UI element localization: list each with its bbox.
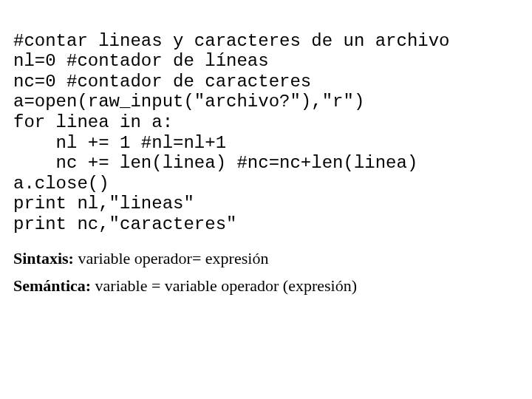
code-line: nl=0 #contador de líneas (13, 51, 269, 71)
syntax-note: Sintaxis: variable operador= expresión (13, 248, 519, 269)
code-line: nl += 1 #nl=nl+1 (13, 133, 226, 153)
document-page: #contar lineas y caracteres de un archiv… (0, 0, 532, 314)
code-line: nc += len(linea) #nc=nc+len(linea) (13, 153, 417, 173)
syntax-text: variable operador= expresión (74, 249, 268, 267)
semantics-note: Semántica: variable = variable operador … (13, 276, 519, 296)
code-line: nc=0 #contador de caracteres (13, 72, 311, 92)
syntax-label: Sintaxis: (13, 249, 74, 267)
code-line: a.close() (13, 174, 109, 194)
code-line: a=open(raw_input("archivo?"),"r") (13, 92, 364, 112)
semantics-text: variable = variable operador (expresión) (91, 276, 357, 295)
code-line: #contar lineas y caracteres de un archiv… (13, 31, 450, 51)
code-line: for linea in a: (13, 112, 173, 132)
code-line: print nc,"caracteres" (13, 214, 236, 234)
code-block: #contar lineas y caracteres de un archiv… (13, 10, 519, 235)
code-line: print nl,"lineas" (13, 194, 194, 214)
semantics-label: Semántica: (13, 276, 91, 295)
